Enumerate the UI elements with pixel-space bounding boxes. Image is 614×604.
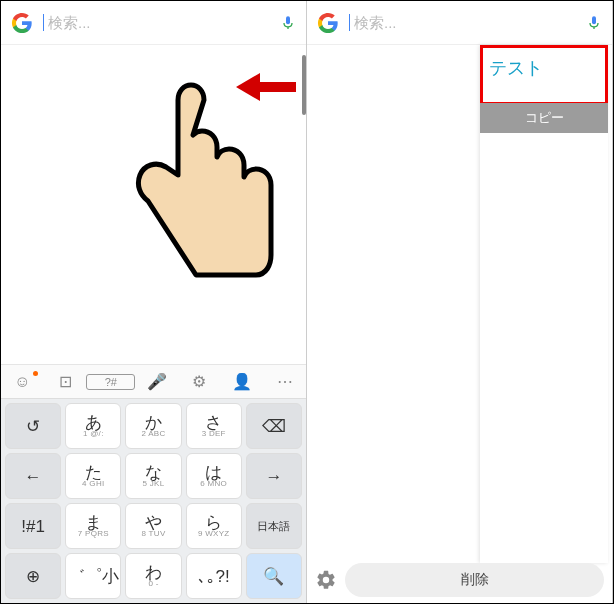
key-sub: 4 GHI bbox=[82, 479, 104, 488]
panel-bottom-row: 削除 bbox=[307, 563, 612, 597]
search-input[interactable] bbox=[43, 14, 280, 31]
mic-icon[interactable] bbox=[280, 13, 296, 33]
key-sub: 0 - bbox=[148, 579, 158, 588]
key-sub: 5 JKL bbox=[143, 479, 165, 488]
user-icon[interactable]: 👤 bbox=[221, 372, 264, 391]
hand-pointer-icon bbox=[106, 75, 276, 285]
key-sub: 9 WXYZ bbox=[198, 529, 230, 538]
keyboard: ↺あ1 @/:か2 ABCさ3 DEF⌫←た4 GHIな5 JKLは6 MNO→… bbox=[1, 398, 306, 603]
key-3-2[interactable]: わ0 - bbox=[125, 553, 181, 599]
search-bar bbox=[307, 1, 612, 45]
key-sub: 3 DEF bbox=[202, 429, 226, 438]
delete-button[interactable]: 削除 bbox=[345, 563, 604, 597]
key-main: ⌫ bbox=[262, 418, 286, 435]
key-0-1[interactable]: あ1 @/: bbox=[65, 403, 121, 449]
undo-key[interactable]: ↺ bbox=[5, 403, 61, 449]
key-sub: 7 PQRS bbox=[78, 529, 109, 538]
voice-icon[interactable]: 🎤 bbox=[135, 372, 178, 391]
content-area: テスト コピー 削除 bbox=[307, 45, 612, 603]
key-main: ⊕ bbox=[26, 568, 40, 585]
more-icon[interactable]: ⋯ bbox=[263, 372, 306, 391]
clipboard-item-highlight: テスト bbox=[480, 45, 608, 105]
left-key[interactable]: ← bbox=[5, 453, 61, 499]
right-key[interactable]: → bbox=[246, 453, 302, 499]
key-main: 🔍 bbox=[263, 568, 284, 585]
key-2-3[interactable]: ら9 WXYZ bbox=[186, 503, 242, 549]
symbols-key[interactable]: !#1 bbox=[5, 503, 61, 549]
key-main: → bbox=[265, 468, 282, 485]
key-main: ← bbox=[25, 468, 42, 485]
search-input[interactable] bbox=[349, 14, 586, 31]
key-2-1[interactable]: ま7 PQRS bbox=[65, 503, 121, 549]
key-sub: 2 ABC bbox=[141, 429, 165, 438]
clipboard-panel: テスト コピー bbox=[480, 45, 608, 563]
emoji-icon[interactable]: ☺ bbox=[1, 373, 44, 391]
content-area bbox=[1, 45, 306, 364]
search-key[interactable]: 🔍 bbox=[246, 553, 302, 599]
key-1-2[interactable]: な5 JKL bbox=[125, 453, 181, 499]
backspace-key[interactable]: ⌫ bbox=[246, 403, 302, 449]
gear-icon[interactable] bbox=[315, 569, 337, 591]
clipboard-text[interactable]: テスト bbox=[489, 58, 543, 78]
key-sub: 1 @/: bbox=[83, 429, 104, 438]
globe-key[interactable]: ⊕ bbox=[5, 553, 61, 599]
screen-after: テスト コピー 削除 bbox=[307, 1, 613, 603]
key-main: ､｡?! bbox=[198, 568, 230, 585]
key-main: ↺ bbox=[26, 418, 40, 435]
keyboard-toolbar: ☺ ⊡ ?# 🎤 ⚙ 👤 ⋯ bbox=[1, 364, 306, 398]
lang-key[interactable]: 日本語 bbox=[246, 503, 302, 549]
key-3-3[interactable]: ､｡?! bbox=[186, 553, 242, 599]
edge-panel-handle[interactable] bbox=[302, 55, 306, 115]
key-1-1[interactable]: た4 GHI bbox=[65, 453, 121, 499]
key-main: 日本語 bbox=[257, 521, 290, 532]
screen-before: ☺ ⊡ ?# 🎤 ⚙ 👤 ⋯ ↺あ1 @/:か2 ABCさ3 DEF⌫←た4 G… bbox=[1, 1, 307, 603]
sticker-icon[interactable]: ⊡ bbox=[44, 372, 87, 391]
key-0-3[interactable]: さ3 DEF bbox=[186, 403, 242, 449]
key-2-2[interactable]: や8 TUV bbox=[125, 503, 181, 549]
key-main: ゛゜小 bbox=[68, 568, 119, 585]
gif-icon[interactable]: ?# bbox=[86, 374, 135, 390]
search-bar bbox=[1, 1, 306, 45]
key-main: !#1 bbox=[21, 518, 45, 535]
key-0-2[interactable]: か2 ABC bbox=[125, 403, 181, 449]
google-logo-icon bbox=[11, 12, 33, 34]
settings-icon[interactable]: ⚙ bbox=[178, 372, 221, 391]
key-sub: 8 TUV bbox=[141, 529, 165, 538]
key-3-1[interactable]: ゛゜小 bbox=[65, 553, 121, 599]
key-1-3[interactable]: は6 MNO bbox=[186, 453, 242, 499]
copy-button[interactable]: コピー bbox=[480, 103, 608, 133]
google-logo-icon bbox=[317, 12, 339, 34]
mic-icon[interactable] bbox=[586, 13, 602, 33]
key-sub: 6 MNO bbox=[200, 479, 227, 488]
